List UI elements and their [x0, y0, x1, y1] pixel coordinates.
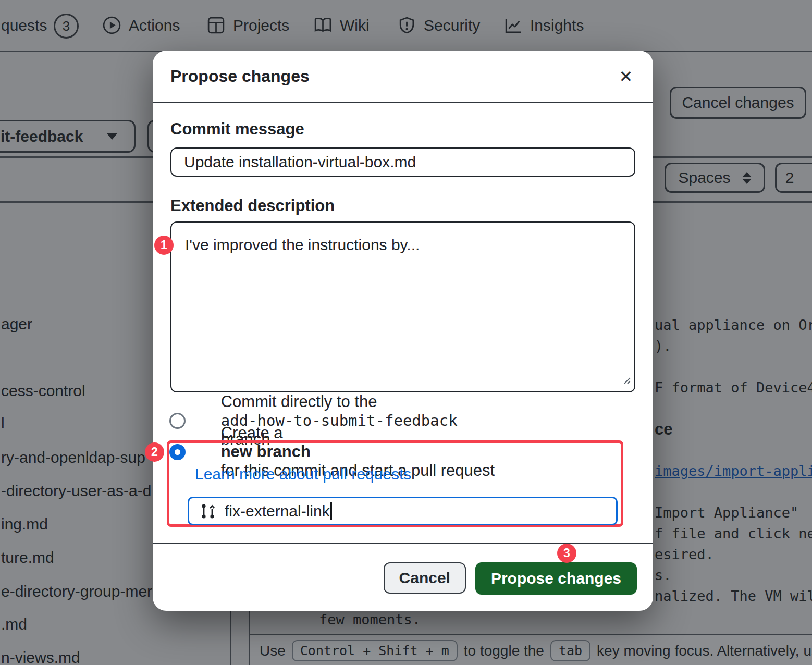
code-line: s. [655, 567, 672, 583]
chevron-down-icon [107, 133, 117, 140]
file-tree-item[interactable]: ing.md [1, 515, 48, 533]
up-down-icon [742, 172, 752, 184]
file-tree-item[interactable]: -directory-user-as-a-d [1, 482, 151, 500]
resize-handle-icon[interactable] [622, 371, 631, 388]
code-line: F format of Device42. [655, 379, 812, 396]
kbd-tab: tab [550, 640, 590, 661]
tab-label: quests [1, 17, 47, 34]
extended-description-textarea[interactable]: I've improved the instructions by... [170, 221, 635, 392]
branch-selector-dropdown[interactable]: it-feedback [0, 120, 136, 153]
kbd-control-shift-m: Control + Shift + m [292, 640, 458, 661]
new-branch-name-input[interactable]: fix-external-link [188, 497, 618, 525]
cancel-button[interactable]: Cancel [384, 562, 466, 594]
radio-off-icon[interactable] [169, 413, 186, 429]
radio-create-new-branch[interactable]: Create a new branch for this commit and … [169, 441, 495, 462]
propose-changes-dialog: Propose changes ✕ Commit message Update … [153, 51, 653, 611]
shield-icon [397, 16, 416, 35]
play-circle-icon [102, 16, 121, 35]
step-badge-1: 1 [154, 236, 174, 255]
tab-projects[interactable]: Projects [206, 0, 289, 51]
graph-icon [503, 16, 523, 35]
radio-on-icon[interactable] [169, 444, 186, 460]
file-tree-item[interactable]: e-directory-group-mer [1, 583, 152, 600]
learn-more-link[interactable]: Learn more about pull requests [195, 465, 411, 483]
dialog-header: Propose changes ✕ [153, 51, 653, 103]
book-icon [313, 16, 333, 35]
tab-actions[interactable]: Actions [102, 0, 180, 51]
pull-requests-counter: 3 [54, 14, 79, 39]
tab-security[interactable]: Security [397, 0, 480, 51]
new-branch-bold: new branch [221, 442, 311, 461]
pull-request-icon [200, 503, 216, 520]
code-line: ). [655, 338, 672, 354]
cancel-changes-button[interactable]: Cancel changes [670, 87, 806, 119]
commit-message-input[interactable]: Update installation-virtual-box.md [170, 147, 635, 177]
tab-insights[interactable]: Insights [503, 0, 584, 51]
extended-description-label: Extended description [170, 196, 335, 215]
close-icon[interactable]: ✕ [614, 65, 637, 88]
step-badge-2: 2 [145, 442, 164, 462]
project-table-icon [206, 16, 226, 35]
tab-pull-requests[interactable]: quests [1, 0, 47, 51]
file-tree-item[interactable]: l [1, 414, 5, 432]
indent-size-select[interactable]: 2 [775, 163, 812, 193]
section-heading-fragment: ce [655, 420, 672, 439]
editor-statusbar: Use Control + Shift + m to toggle the ta… [249, 634, 812, 665]
code-line: f file and click next [655, 525, 812, 541]
tab-wiki[interactable]: Wiki [313, 0, 370, 51]
text-cursor [330, 502, 332, 520]
dialog-footer: Cancel Propose changes [384, 562, 637, 595]
dialog-title: Propose changes [170, 51, 310, 102]
indent-mode-select[interactable]: Spaces [665, 163, 765, 193]
file-tree-item[interactable]: ager [1, 315, 32, 333]
code-line: ual appliance on Orac [655, 317, 812, 333]
code-line: few moments. [319, 611, 421, 627]
code-line: nalized. The VM will [655, 588, 812, 604]
code-line: Import Appliance" [655, 504, 798, 521]
file-tree-item[interactable]: ry-and-openldap-sup [1, 449, 145, 466]
commit-message-label: Commit message [170, 120, 304, 139]
file-tree-item[interactable]: ture.md [1, 549, 54, 567]
file-tree-item[interactable]: cess-control [1, 382, 85, 400]
branch-name-value: fix-external-link [225, 502, 330, 520]
file-tree-item[interactable]: n-views.md [1, 649, 80, 665]
propose-changes-button[interactable]: Propose changes [475, 562, 637, 595]
markdown-link-fragment[interactable]: images/import-applian [655, 463, 812, 479]
step-badge-3: 3 [557, 544, 576, 563]
file-tree-item[interactable]: .md [1, 615, 27, 633]
code-line: esired. [655, 546, 714, 562]
repo-navbar: quests 3 Actions Projects Wi [0, 0, 812, 52]
footer-divider [153, 543, 653, 544]
